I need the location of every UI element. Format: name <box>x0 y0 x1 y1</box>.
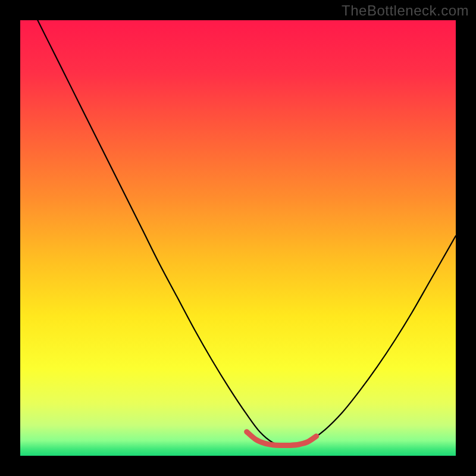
watermark-text: TheBottleneck.com <box>342 2 469 19</box>
plot-area <box>20 20 456 456</box>
curve-layer <box>20 20 456 456</box>
bottleneck-curve <box>37 20 456 446</box>
optimal-band <box>247 432 317 446</box>
chart-frame: TheBottleneck.com <box>0 0 476 476</box>
